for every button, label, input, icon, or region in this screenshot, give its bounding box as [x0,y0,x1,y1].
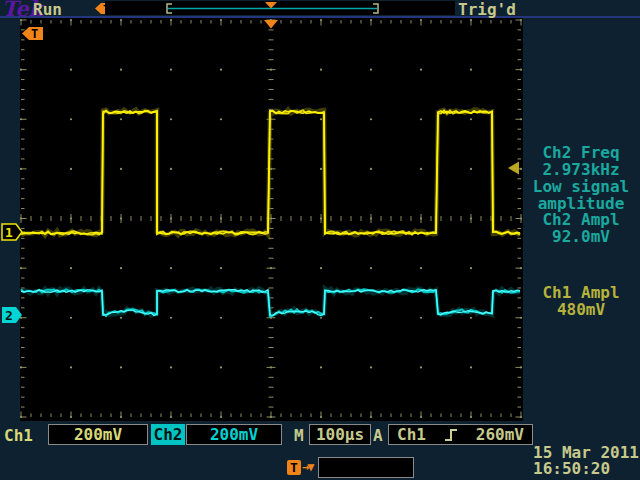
ch1-ground-marker [2,224,22,240]
measurement-value: 2.973kHz [522,161,640,178]
time-text: 16:50:20 [533,461,639,477]
ch1-scale-value: 200mV [74,425,122,444]
trigger-type-label: A [373,426,383,445]
measurement-value: 480mV [522,301,640,318]
svg-text:1: 1 [5,225,13,240]
measurement-ch2-freq: Ch2 Freq 2.973kHz Low signal amplitude [522,144,640,212]
ch2-channel-badge: Ch2 [151,424,185,445]
ch2-scale-value: 200mV [210,425,258,444]
measurement-ch1-ampl: Ch1 Ampl 480mV [522,284,640,318]
scope-screen [20,18,523,421]
ch1-scale-readout: 200mV [48,424,148,445]
header-trigger-offscreen-icon [95,3,113,14]
trigger-position-row: T →▼ 1.68520ms [287,456,414,478]
svg-text:2: 2 [5,308,13,323]
rising-slope-icon [444,427,458,443]
trigger-direction-icons: →▼ [302,460,312,474]
trigger-level-value: 260mV [476,425,524,444]
measurement-warning-line1: Low signal [522,178,640,195]
measurement-label: Ch2 Ampl [522,211,640,228]
trigger-position-value: 1.68520ms [323,458,410,477]
datetime-display: 15 Mar 2011 16:50:20 [533,445,639,476]
trigger-position-readout: 1.68520ms [318,457,414,478]
svg-text:T: T [103,3,110,16]
record-view-bar [105,1,455,15]
main-timebase-value: 100µs [316,425,364,444]
ch1-channel-label: Ch1 [4,426,33,445]
trigger-source: Ch1 [397,425,426,444]
main-timebase-readout: 100µs [309,424,371,445]
main-timebase-label: M [294,426,304,445]
measurement-value: 92.0mV [522,228,640,245]
ch2-scale-readout: 200mV [186,424,282,445]
ch2-ground-marker [2,307,22,323]
trigger-readout: Ch1 260mV [388,424,533,445]
acquisition-status: Run [33,0,62,19]
measurement-label: Ch2 Freq [522,144,640,161]
trigger-t-icon: T [287,460,301,475]
measurement-ch2-ampl: Ch2 Ampl 92.0mV [522,211,640,245]
trigger-status: Trig'd [458,0,516,19]
measurement-label: Ch1 Ampl [522,284,640,301]
